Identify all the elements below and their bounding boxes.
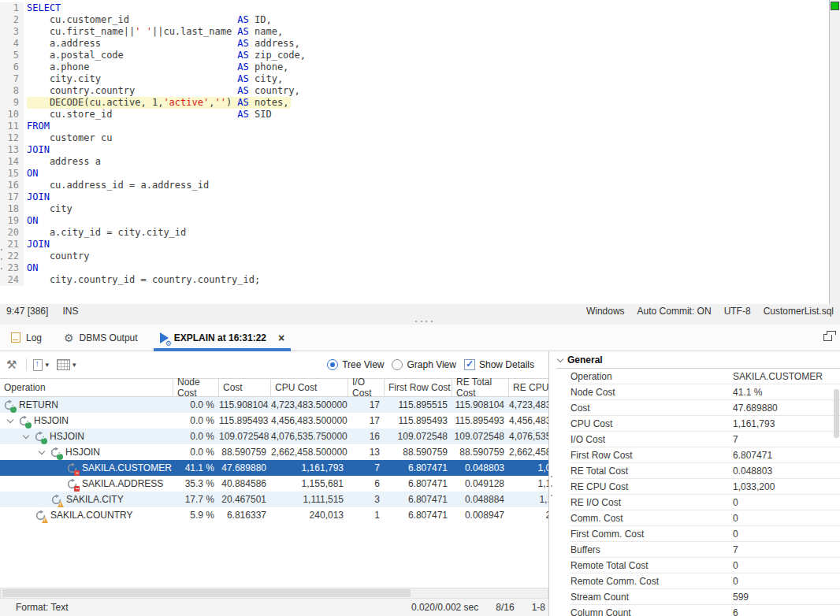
chevron-down-icon[interactable]: ▾	[72, 361, 76, 369]
detail-row-comm-cost[interactable]: Comm. Cost0	[571, 510, 840, 526]
line-ending-indicator[interactable]: Windows	[586, 306, 625, 317]
column-header-re-cpu-c[interactable]: RE CPU C	[509, 379, 548, 396]
plan-row-sakila-address[interactable]: SAKILA.ADDRESS35.3 %40.8845861,155,68166…	[0, 476, 548, 492]
scrollbar-thumb[interactable]	[834, 389, 839, 438]
column-header-node-cost[interactable]: Node Cost	[173, 379, 219, 396]
code-line[interactable]: a.postal_code AS zip_code,	[27, 50, 308, 61]
detail-row-cost[interactable]: Cost47.689880	[571, 400, 840, 416]
code-line[interactable]: cu.address_id = a.address_id	[27, 180, 211, 191]
gear-icon: ⚙	[64, 332, 74, 343]
tree-expander-icon[interactable]	[39, 447, 45, 454]
detail-row-re-i-o-cost[interactable]: RE I/O Cost0	[571, 495, 840, 510]
settings-button[interactable]: ⚒	[6, 358, 17, 372]
detail-value: 1,161,793	[733, 418, 775, 429]
code-line[interactable]: city	[27, 203, 75, 215]
line-number: 18	[0, 203, 19, 215]
plan-cell: 4,456,483.500000	[509, 415, 548, 426]
detail-row-i-o-cost[interactable]: I/O Cost7	[571, 432, 840, 447]
code-line[interactable]: country	[27, 250, 91, 262]
tree-view-option[interactable]: Tree View	[327, 359, 384, 370]
code-line[interactable]: ON	[27, 168, 40, 180]
inspection-status-indicator[interactable]	[831, 2, 839, 10]
close-tab-icon[interactable]: ×	[278, 332, 284, 343]
code-line[interactable]: a.phone AS phone,	[27, 61, 291, 73]
detail-row-node-cost[interactable]: Node Cost41.1 %	[571, 384, 840, 400]
detail-row-re-cpu-cost[interactable]: RE CPU Cost1,033,200	[571, 479, 840, 495]
detail-row-first-comm-cost[interactable]: First Comm. Cost0	[571, 526, 840, 542]
left-splitter-handle[interactable]	[0, 249, 3, 269]
column-header-first-row-cost[interactable]: First Row Cost	[385, 379, 452, 396]
column-header-cost[interactable]: Cost	[219, 379, 271, 396]
column-header-cpu-cost[interactable]: CPU Cost	[271, 379, 348, 396]
plan-row-sakila-customer[interactable]: SAKILA.CUSTOMER41.1 %47.6898801,161,7937…	[0, 460, 548, 476]
code-line[interactable]: customer cu	[27, 132, 114, 144]
details-scrollbar[interactable]	[833, 370, 840, 614]
sql-editor[interactable]: 123456789101112131415161718192021222324 …	[0, 0, 840, 304]
plan-row-return[interactable]: RETURN0.0 %115.9081044,723,483.500000171…	[0, 397, 548, 413]
code-line[interactable]: ON	[27, 262, 40, 274]
column-header-i-o-cost[interactable]: I/O Cost	[348, 379, 385, 396]
detail-row-remote-comm-cost[interactable]: Remote Comm. Cost0	[571, 573, 840, 589]
plan-row-sakila-country[interactable]: SAKILA.COUNTRY5.9 %6.816337240,01316.807…	[0, 507, 548, 523]
code-line[interactable]: address a	[27, 156, 103, 168]
code-line[interactable]: JOIN	[27, 191, 52, 203]
graph-view-option[interactable]: Graph View	[392, 359, 455, 370]
plan-row-hsjoin[interactable]: HSJOIN0.0 %88.5907592,662,458.5000001388…	[0, 444, 548, 460]
tab-dbms-output[interactable]: ⚙ DBMS Output	[53, 325, 149, 351]
code-line[interactable]: cu.store_id AS SID	[27, 109, 274, 121]
editor-scrollbar-track[interactable]	[829, 0, 840, 304]
detail-row-remote-total-cost[interactable]: Remote Total Cost0	[571, 558, 840, 573]
details-section-header[interactable]: General	[556, 351, 840, 369]
scrollbar-thumb[interactable]	[2, 589, 411, 597]
vertical-splitter-handle[interactable]	[550, 476, 553, 496]
detail-row-column-count[interactable]: Column Count6	[571, 605, 840, 616]
code-line[interactable]: country.country AS country,	[27, 85, 303, 97]
tree-expander-icon[interactable]	[23, 432, 29, 438]
autocommit-indicator[interactable]: Auto Commit: ON	[637, 306, 712, 317]
checkbox-checked-icon[interactable]	[464, 359, 475, 370]
code-line[interactable]: FROM	[27, 121, 52, 132]
code-line[interactable]: JOIN	[27, 239, 52, 250]
tab-explain[interactable]: ⚙ EXPLAIN at 16:31:22 ×	[149, 325, 296, 351]
export-button[interactable]: ▾	[33, 359, 49, 371]
plan-row-hsjoin[interactable]: HSJOIN0.0 %109.0725484,076,535.750000161…	[0, 429, 548, 444]
column-header-operation[interactable]: Operation	[0, 379, 173, 396]
plan-row-sakila-city[interactable]: SAKILA.CITY17.7 %20.4675011,111,51536.80…	[0, 492, 548, 507]
detail-row-operation[interactable]: OperationSAKILA.CUSTOMER	[571, 369, 840, 384]
encoding-indicator[interactable]: UTF-8	[724, 306, 751, 317]
show-details-option[interactable]: Show Details	[464, 359, 534, 370]
code-line[interactable]: city.city AS city,	[27, 73, 285, 85]
code-line[interactable]: ON	[27, 215, 40, 227]
code-line[interactable]: cu.first_name||' '||cu.last_name AS name…	[27, 26, 285, 38]
code-line[interactable]: SELECT	[27, 2, 63, 14]
plan-table-header[interactable]: OperationNode CostCostCPU CostI/O CostFi…	[0, 378, 548, 397]
detail-row-stream-count[interactable]: Stream Count599	[571, 589, 840, 605]
grid-options-button[interactable]: ▾	[57, 359, 76, 370]
radio-unselected-icon[interactable]	[392, 359, 403, 370]
tab-log[interactable]: Log	[0, 325, 53, 351]
code-line[interactable]: a.address AS address,	[27, 38, 303, 50]
column-header-re-total-cost[interactable]: RE Total Cost	[452, 379, 509, 396]
explain-panel: ⚒ ▾ ▾ Tree View Graph	[0, 351, 840, 616]
radio-selected-icon[interactable]	[327, 359, 338, 370]
tree-expander-icon[interactable]	[7, 416, 13, 422]
detail-row-re-total-cost[interactable]: RE Total Cost0.048803	[571, 463, 840, 479]
detail-row-first-row-cost[interactable]: First Row Cost6.807471	[571, 447, 840, 463]
splitter-grip[interactable]	[415, 321, 433, 322]
code-line[interactable]: JOIN	[27, 144, 52, 156]
code-line-highlighted[interactable]: DECODE(cu.active, 1,'active','') AS note…	[27, 97, 291, 109]
code-line[interactable]: city.country_id = country.country_id;	[27, 274, 262, 286]
chevron-down-icon[interactable]	[557, 355, 563, 362]
detach-panel-icon[interactable]	[823, 334, 832, 341]
chevron-down-icon[interactable]: ▾	[45, 361, 49, 369]
editor-code-area[interactable]: SELECT cu.customer_id AS ID, cu.first_na…	[24, 2, 308, 286]
table-scan-badge-icon	[74, 470, 80, 476]
plan-row-hsjoin[interactable]: HSJOIN0.0 %115.8954934,456,483.500000171…	[0, 413, 548, 429]
code-line[interactable]: cu.customer_id AS ID,	[27, 14, 274, 26]
code-line[interactable]: a.city_id = city.city_id	[27, 227, 188, 239]
plan-cell: 0.0 %	[173, 431, 219, 442]
detail-value: SAKILA.CUSTOMER	[733, 371, 823, 382]
detail-row-buffers[interactable]: Buffers7	[571, 542, 840, 558]
horizontal-scrollbar[interactable]	[0, 588, 548, 599]
detail-row-cpu-cost[interactable]: CPU Cost1,161,793	[571, 416, 840, 432]
